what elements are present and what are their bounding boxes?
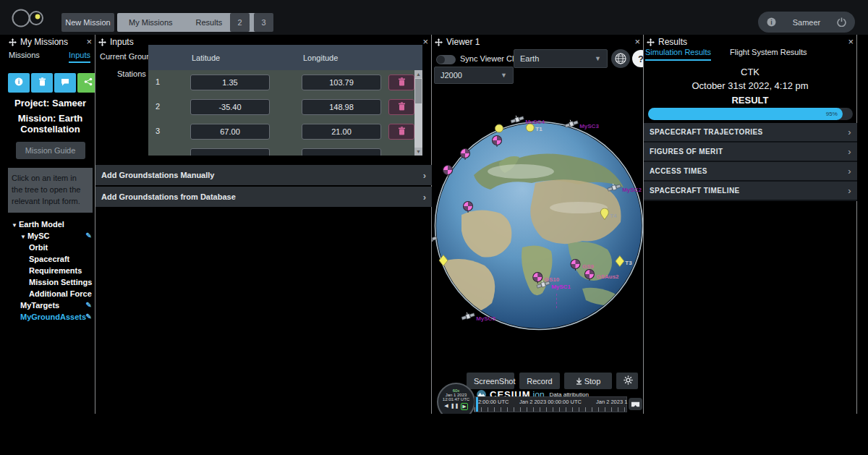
close-icon[interactable]: × — [86, 38, 92, 46]
marker-dish[interactable] — [491, 135, 503, 150]
info-icon[interactable]: i — [767, 17, 776, 27]
nav-results[interactable]: Results — [184, 18, 234, 27]
latitude-input[interactable] — [190, 99, 270, 115]
longitude-input[interactable] — [302, 148, 381, 156]
move-icon[interactable] — [98, 38, 106, 46]
dish-icon — [569, 259, 582, 274]
dish-icon — [583, 269, 595, 284]
tree-item-mysc[interactable]: ▼MySC✎ — [6, 230, 95, 242]
marker-t3[interactable]: T3 — [615, 255, 631, 270]
marker-mysc3[interactable]: MySC3 — [564, 119, 599, 133]
tree-item-mygroundassets[interactable]: MyGroundAssets✎ — [6, 311, 95, 323]
tab-inputs[interactable]: Inputs — [69, 51, 90, 63]
latitude-input[interactable] — [190, 75, 270, 90]
marker-dish[interactable] — [462, 201, 475, 216]
edit-icon[interactable]: ✎ — [86, 299, 92, 311]
marker-t4[interactable]: T4 — [600, 208, 616, 224]
power-icon[interactable] — [837, 17, 846, 27]
mission-guide-button[interactable]: Mission Guide — [16, 142, 85, 159]
marker-pin[interactable] — [495, 123, 504, 136]
result-item-spacecraft-timeline[interactable]: SPACECRAFT TIMELINE› — [644, 182, 857, 201]
pause-icon[interactable]: ❚❚ — [451, 403, 459, 410]
step-back-icon[interactable]: ◀ — [444, 403, 448, 410]
latitude-input[interactable] — [190, 124, 270, 140]
marker-sat[interactable] — [432, 235, 438, 249]
marker-mysc2[interactable]: MySC2 — [607, 183, 642, 197]
station-row: 1 — [148, 70, 422, 95]
latitude-input[interactable] — [190, 148, 270, 156]
tab-flight-system-results[interactable]: Flight System Results — [730, 48, 807, 61]
close-icon[interactable]: × — [422, 38, 428, 46]
vr-mode-button[interactable] — [629, 398, 642, 410]
marker-mysc1[interactable]: MySC1 — [536, 280, 571, 294]
tree-item-mission-settings[interactable]: Mission Settings — [6, 276, 95, 288]
cesium-timeline[interactable]: 2:00:00 UTC Jan 2 2023 00:00:00 UTC Jan … — [474, 396, 627, 412]
move-icon[interactable] — [9, 38, 17, 46]
svg-text:i: i — [18, 78, 20, 85]
tree-item-earth-model[interactable]: ▼Earth Model — [6, 218, 95, 230]
marker-dish[interactable] — [442, 165, 454, 180]
chat-tool-button[interactable] — [54, 73, 76, 93]
table-header: Latitude Longitude — [148, 45, 422, 70]
info-tool-button[interactable]: i — [8, 73, 30, 93]
inputs-panel: Inputs × Current Ground Stations Latitud… — [95, 35, 432, 414]
trash-icon — [38, 77, 46, 88]
tool-button-row: i — [8, 73, 95, 93]
accordion-add-groundstations-manually[interactable]: Add Groundstations Manually› — [95, 165, 432, 185]
table-scrollbar[interactable]: ▲ ▼ — [414, 70, 422, 156]
col-latitude: Latitude — [192, 54, 220, 62]
result-item-figures-of-merit[interactable]: FIGURES OF MERIT› — [644, 143, 857, 162]
close-icon[interactable]: × — [848, 38, 854, 46]
nav-my-missions[interactable]: My Missions — [117, 18, 184, 27]
page-button-2[interactable]: 2 — [230, 13, 250, 32]
share-tool-button[interactable] — [77, 73, 95, 93]
record-button[interactable]: Record — [519, 373, 560, 389]
edit-icon[interactable]: ✎ — [86, 311, 92, 323]
tree-item-additional-force[interactable]: Additional Force — [6, 288, 95, 299]
marker-diamond[interactable] — [439, 255, 448, 269]
tab-simulation-results[interactable]: Simulation Results — [645, 48, 711, 61]
marker-t1[interactable]: T1 — [525, 122, 542, 135]
marker-dish[interactable] — [459, 148, 472, 163]
play-icon[interactable]: ▶ — [461, 403, 467, 410]
tree-item-requirements[interactable]: Requirements — [6, 265, 95, 276]
tree-expand-icon[interactable]: ▼ — [20, 234, 26, 240]
dish-icon — [459, 148, 472, 163]
stations-label-line1: Current Ground — [100, 52, 155, 61]
progress-value: 95% — [826, 111, 838, 117]
stop-button[interactable]: Stop — [564, 373, 612, 389]
delete-station-button[interactable] — [388, 124, 414, 140]
viewer-settings-button[interactable] — [616, 373, 638, 389]
screenshot-button[interactable]: ScreenShot — [467, 373, 514, 389]
marker-gsaus2[interactable]: GSAus2 — [583, 269, 618, 284]
new-mission-button[interactable]: New Mission — [61, 13, 114, 32]
panel-title: Results — [658, 37, 687, 47]
result-list: SPACECRAFT TRAJECTORIES›FIGURES OF MERIT… — [644, 123, 857, 201]
tree-item-spacecraft[interactable]: Spacecraft — [6, 253, 95, 265]
delete-station-button[interactable] — [388, 75, 414, 90]
edit-icon[interactable]: ✎ — [86, 230, 92, 242]
tree-expand-icon[interactable]: ▼ — [12, 222, 17, 229]
move-icon[interactable] — [647, 38, 655, 46]
dish-icon — [491, 135, 503, 150]
top-bar: New Mission My Missions Results 1 2 3 i … — [0, 0, 868, 35]
marker-layer: MySC4T1MySC3MySC2T4GS9T3GSAus2GS10MySC1M… — [432, 35, 644, 414]
trash-tool-button[interactable] — [31, 73, 53, 93]
page-button-3[interactable]: 3 — [254, 13, 273, 32]
tree-item-orbit[interactable]: Orbit — [6, 242, 95, 253]
sat-icon — [432, 235, 438, 249]
delete-station-button[interactable] — [388, 99, 414, 115]
tab-missions[interactable]: Missions — [9, 51, 40, 63]
tree-item-mytargets[interactable]: MyTargets✎ — [6, 299, 95, 311]
longitude-input[interactable] — [302, 124, 381, 140]
sat-icon — [510, 115, 524, 129]
pin-icon — [495, 123, 504, 136]
longitude-input[interactable] — [302, 75, 381, 90]
sat-icon — [536, 280, 550, 294]
result-item-spacecraft-trajectories[interactable]: SPACECRAFT TRAJECTORIES› — [644, 123, 857, 143]
result-item-access-times[interactable]: ACCESS TIMES› — [644, 162, 857, 182]
accordion-add-groundstations-from-database[interactable]: Add Groundstations from Database› — [95, 187, 432, 207]
marker-mysc5[interactable]: MySC5 — [461, 312, 495, 326]
longitude-input[interactable] — [302, 99, 381, 115]
panel-title: My Missions — [20, 37, 68, 47]
